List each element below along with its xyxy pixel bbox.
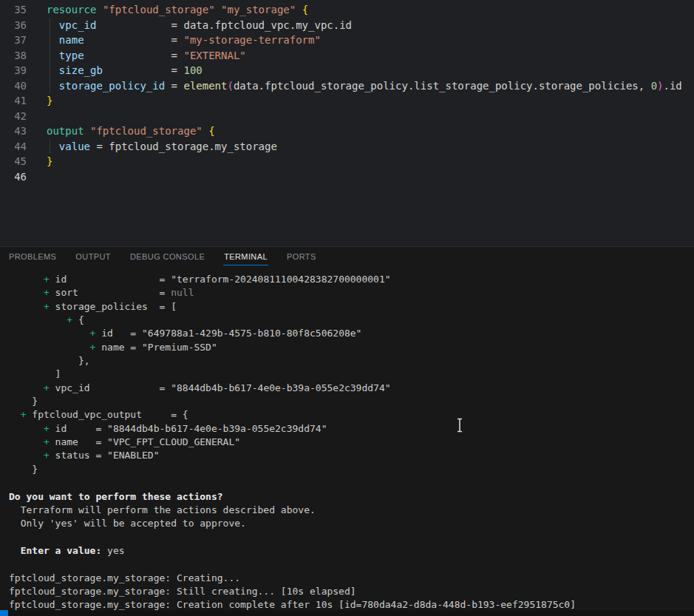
code-line[interactable]: 40 storage_policy_id = element(data.fptc… [0, 78, 694, 94]
terminal-line: + status = "ENABLED" [9, 449, 694, 462]
terminal-line: + name = "Premium-SSD" [9, 341, 694, 354]
terminal-token: + [44, 287, 50, 298]
terminal-token [9, 301, 44, 312]
code-line[interactable]: 41} [0, 93, 694, 109]
panel-tabs: PROBLEMS OUTPUT DEBUG CONSOLE TERMINAL P… [0, 247, 694, 265]
terminal-line: + id = "649788a1-429b-4575-b810-80f8c506… [9, 327, 694, 340]
terminal-token: + [44, 301, 50, 312]
panel-tab-problems[interactable]: PROBLEMS [8, 248, 57, 265]
code-token: value [59, 141, 90, 152]
code-line[interactable]: 38 type = "EXTERNAL" [0, 48, 694, 64]
code-line[interactable]: 42 [0, 109, 694, 124]
line-number: 39 [0, 63, 27, 78]
terminal-token [9, 382, 44, 393]
terminal-token: name = "Premium-SSD" [95, 342, 217, 353]
code-text: name = "my-storage-terraform" [47, 33, 321, 48]
terminal-token: ] [9, 368, 61, 379]
line-number: 41 [0, 93, 27, 109]
panel-tab-output[interactable]: OUTPUT [75, 248, 112, 265]
line-number: 37 [0, 33, 27, 48]
code-token: = [171, 19, 184, 31]
terminal-line: + name = "VPC_FPT_CLOUD_GENERAL" [9, 436, 694, 449]
terminal-token: fptcloud_vpc_output = { [26, 409, 188, 420]
terminal-token: }, [9, 355, 90, 366]
terminal-token: } [9, 396, 38, 407]
terminal-token [9, 450, 44, 461]
terminal-token [9, 436, 44, 447]
code-token [47, 141, 59, 152]
terminal-token: status = "ENABLED" [50, 450, 160, 461]
code-token [84, 34, 171, 46]
code-text: resource "fptcloud_storage" "my_storage"… [47, 2, 308, 18]
terminal-token [9, 274, 44, 285]
code-line[interactable]: 44 value = fptcloud_storage.my_storage [0, 139, 694, 155]
code-token: .id [664, 80, 682, 92]
code-token: ) [657, 80, 663, 92]
terminal-line: Enter a value: yes [9, 544, 694, 558]
terminal-token [9, 423, 44, 434]
line-number: 45 [0, 154, 27, 169]
terminal-line: } [9, 395, 694, 408]
terminal-token: name = "VPC_FPT_CLOUD_GENERAL" [50, 436, 240, 447]
terminal-line: + storage_policies = [ [9, 300, 694, 314]
terminal-token [9, 287, 44, 298]
terminal-token: sort = [50, 287, 171, 298]
remote-indicator[interactable] [0, 610, 8, 616]
code-token: name [59, 34, 84, 46]
code-token [47, 80, 59, 92]
code-token: ( [227, 80, 233, 92]
status-bar-strip [0, 610, 694, 616]
line-number: 38 [0, 48, 27, 64]
code-token [96, 19, 171, 31]
bottom-panel: PROBLEMS OUTPUT DEBUG CONSOLE TERMINAL P… [0, 246, 694, 610]
terminal-token: null [171, 287, 194, 298]
code-line[interactable]: 36 vpc_id = data.fptcloud_vpc.my_vpc.id [0, 18, 694, 33]
code-token: "fptcloud_storage" [90, 125, 203, 137]
terminal-line: Terraform will perform the actions descr… [9, 504, 694, 517]
code-token: data.fptcloud_storage_policy.list_storag… [234, 80, 651, 92]
code-line[interactable]: 43output "fptcloud_storage" { [0, 123, 694, 139]
terminal-line: + { [9, 314, 694, 327]
panel-tab-terminal[interactable]: TERMINAL [223, 248, 268, 265]
terminal-line: + id = "8844db4b-b617-4e0e-b39a-055e2c39… [9, 422, 694, 436]
terminal-token: { [72, 314, 84, 325]
code-line[interactable]: 37 name = "my-storage-terraform" [0, 33, 694, 48]
panel-tab-ports[interactable]: PORTS [286, 248, 317, 265]
terminal-token: Only 'yes' will be accepted to approve. [9, 518, 246, 529]
code-token: 100 [183, 64, 202, 76]
terminal-line: Do you want to perform these actions? [9, 490, 694, 504]
terminal-token: yes [101, 545, 124, 556]
terminal-token: storage_policies = [ [50, 301, 177, 312]
code-line[interactable]: 46 [0, 169, 694, 185]
panel-tab-debug-console[interactable]: DEBUG CONSOLE [129, 248, 205, 265]
code-token: storage_policy_id [59, 80, 165, 92]
code-editor[interactable]: 35resource "fptcloud_storage" "my_storag… [0, 0, 694, 246]
line-number: 46 [0, 169, 27, 185]
terminal-line [9, 558, 694, 571]
code-token: } [47, 155, 52, 167]
terminal-line: ] [9, 368, 694, 381]
terminal-output[interactable]: + id = "terraform-2024081110042838270000… [0, 266, 694, 610]
terminal-token [9, 545, 21, 556]
terminal-token: + [44, 382, 50, 393]
code-line[interactable]: 45} [0, 154, 694, 169]
code-token: = [171, 34, 184, 46]
code-token [84, 125, 90, 137]
code-token: fptcloud_storage.my_storage [109, 141, 277, 152]
code-token: "EXTERNAL" [183, 50, 245, 61]
code-line[interactable]: 39 size_gb = 100 [0, 63, 694, 78]
code-text: size_gb = 100 [47, 63, 203, 78]
terminal-token: id = "terraform-202408111004283827000000… [50, 274, 391, 285]
terminal-token: fptcloud_storage.my_storage: Still creat… [9, 586, 356, 597]
terminal-token: } [9, 464, 38, 475]
code-token: output [47, 125, 84, 137]
terminal-line: fptcloud_storage.my_storage: Creating... [9, 572, 694, 585]
code-token [84, 50, 171, 61]
line-number: 44 [0, 139, 27, 155]
terminal-token: id = "8844db4b-b617-4e0e-b39a-055e2c39dd… [50, 423, 327, 434]
terminal-token: + [67, 314, 72, 325]
terminal-lines: + id = "terraform-2024081110042838270000… [9, 273, 694, 610]
terminal-line [9, 531, 694, 544]
code-line[interactable]: 35resource "fptcloud_storage" "my_storag… [0, 2, 694, 18]
terminal-token [9, 314, 67, 325]
